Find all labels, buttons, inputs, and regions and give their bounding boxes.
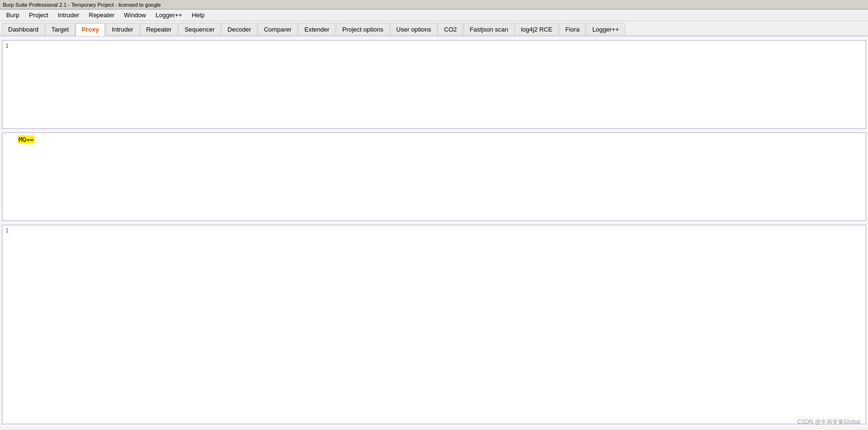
bottom-panel-line-number: 1 [5, 227, 9, 234]
title-text: Burp Suite Professional 2.1 - Temporary … [3, 2, 161, 8]
menu-loggerpp[interactable]: Logger++ [151, 10, 186, 20]
middle-panel-content: MQ== [4, 135, 864, 144]
tab-user-options[interactable]: User options [390, 23, 437, 35]
main-content: 1 MQ== 1 [0, 36, 868, 428]
tab-comparer[interactable]: Comparer [258, 23, 298, 35]
top-panel-content [4, 43, 864, 44]
tab-sequencer[interactable]: Sequencer [178, 23, 221, 35]
menu-help[interactable]: Help [187, 10, 209, 20]
tab-target[interactable]: Target [45, 23, 75, 35]
highlighted-value: MQ== [18, 135, 34, 143]
top-panel-line-number: 1 [5, 43, 9, 49]
middle-panel[interactable]: MQ== [2, 132, 866, 221]
tab-fastjson-scan[interactable]: Fastjson scan [464, 23, 514, 35]
menu-bar: Burp Project Intruder Repeater Window Lo… [0, 10, 868, 21]
tab-repeater[interactable]: Repeater [140, 23, 178, 35]
tab-co2[interactable]: CO2 [438, 23, 463, 35]
menu-project[interactable]: Project [24, 10, 52, 20]
tab-dashboard[interactable]: Dashboard [2, 23, 45, 35]
tab-loggerpp2[interactable]: Logger++ [586, 23, 625, 35]
menu-intruder[interactable]: Intruder [54, 10, 84, 20]
tab-log4j2-rce[interactable]: log4j2 RCE [515, 23, 559, 35]
tab-intruder[interactable]: Intruder [106, 23, 140, 35]
tab-fiora[interactable]: Fiora [559, 23, 586, 35]
tab-extender[interactable]: Extender [298, 23, 336, 35]
tab-project-options[interactable]: Project options [336, 23, 390, 35]
tab-decoder[interactable]: Decoder [221, 23, 257, 35]
title-bar: Burp Suite Professional 2.1 - Temporary … [0, 0, 868, 10]
tab-proxy[interactable]: Proxy [76, 23, 105, 36]
top-panel[interactable]: 1 [2, 40, 866, 129]
menu-burp[interactable]: Burp [2, 10, 23, 20]
bottom-panel-content [4, 227, 864, 229]
menu-window[interactable]: Window [119, 10, 150, 20]
tab-bar: Dashboard Target Proxy Intruder Repeater… [0, 21, 868, 36]
watermark: CSDN @全局变量Global [797, 418, 860, 426]
menu-repeater[interactable]: Repeater [85, 10, 119, 20]
bottom-panel[interactable]: 1 [2, 225, 866, 424]
